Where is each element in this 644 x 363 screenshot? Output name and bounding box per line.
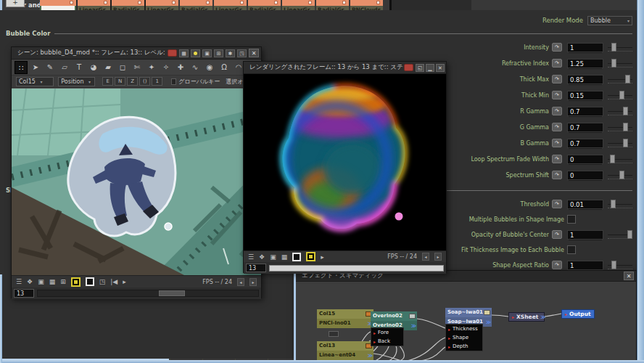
param-checkbox[interactable]	[567, 215, 576, 224]
column-config-icon[interactable]	[70, 1, 73, 4]
freeze-toggle[interactable]: ▣	[202, 49, 212, 57]
keyframe-icon[interactable]: ↷	[552, 230, 562, 239]
preview-toggle[interactable]: ⊞	[214, 49, 223, 57]
minimize-icon[interactable]: ▁	[426, 64, 434, 72]
table-view-icon[interactable]: ▦	[281, 251, 288, 263]
node-xsheet[interactable]: ▸ XSheet ≫	[508, 312, 545, 322]
param-slider[interactable]	[608, 261, 632, 269]
param-value-field[interactable]: 0	[567, 155, 603, 164]
param-slider[interactable]	[608, 230, 632, 239]
column-header-bar[interactable]	[282, 0, 315, 6]
tool-button[interactable]: ✧	[160, 61, 173, 74]
fps-decrease-button[interactable]: ◂	[237, 278, 244, 286]
tool-button[interactable]: ∿	[189, 61, 202, 74]
tool-button[interactable]: ◻	[116, 61, 129, 74]
param-value-field[interactable]: 0.7	[567, 107, 603, 116]
keyframe-icon[interactable]: ↷	[552, 107, 562, 115]
tool-button[interactable]: ✦	[145, 61, 158, 74]
param-value-field[interactable]: 0.01	[567, 200, 603, 209]
param-checkbox[interactable]	[567, 245, 576, 254]
keyframe-icon[interactable]: ↷	[552, 171, 562, 179]
3d-view-button[interactable]	[292, 253, 301, 261]
frame-slider[interactable]	[37, 290, 259, 297]
column-header-bar[interactable]	[248, 0, 281, 6]
settings-icon[interactable]: ✱	[226, 49, 235, 57]
preview-toggle-icon[interactable]	[484, 310, 490, 315]
render-icon[interactable]	[168, 49, 177, 57]
close-icon[interactable]: ✕	[249, 49, 259, 57]
slider-handle[interactable]	[611, 59, 616, 68]
slider-handle[interactable]	[610, 155, 615, 163]
camera-view-toggle[interactable]	[191, 49, 200, 57]
slider-handle[interactable]	[611, 261, 616, 269]
tool-button[interactable]: ➤	[29, 61, 42, 74]
column-header-bar[interactable]	[350, 0, 383, 6]
input-port[interactable]: ▸Shape	[446, 333, 482, 342]
slider-handle[interactable]	[623, 139, 628, 147]
column-config-icon[interactable]	[308, 1, 312, 4]
slider-handle[interactable]	[623, 123, 628, 131]
render-titlebar[interactable]: レンダリングされたフレーム:: 13 から 13 まで:: ステップ 1:: ズ…	[244, 62, 446, 74]
column-header-bar[interactable]	[316, 0, 349, 6]
column-select-dropdown[interactable]: Col15 ▾	[16, 77, 54, 86]
param-value-field[interactable]: 1	[567, 43, 603, 52]
render-mode-dropdown[interactable]: Bubble ▾	[587, 16, 632, 25]
axis-lock-button[interactable]: ()	[139, 77, 150, 86]
axis-lock-button[interactable]: 1	[152, 77, 162, 86]
tool-button[interactable]: Ω	[218, 61, 231, 74]
first-frame-button[interactable]: |◀	[110, 276, 117, 287]
keyframe-icon[interactable]: ↷	[552, 155, 562, 163]
column-config-icon[interactable]	[274, 1, 278, 4]
table-icon[interactable]: ▦	[179, 49, 189, 57]
tool-button[interactable]: ▰	[102, 61, 115, 74]
preview-toggle-icon[interactable]	[409, 314, 416, 319]
play-button[interactable]: ▸	[123, 276, 126, 287]
input-port[interactable]: ▸Back	[371, 337, 403, 346]
param-value-field[interactable]: 0.15	[567, 91, 603, 100]
node-collapse-box[interactable]	[329, 331, 339, 337]
input-port[interactable]: ▸Depth	[446, 342, 482, 351]
keyframe-icon[interactable]: ↷	[552, 91, 562, 99]
param-value-field[interactable]: 0.85	[567, 75, 603, 84]
tool-button[interactable]: ✚	[174, 61, 187, 74]
param-slider[interactable]	[608, 91, 632, 99]
grid-icon[interactable]: ⊞	[60, 276, 66, 287]
input-port[interactable]: ▸Fore	[371, 328, 403, 337]
tool-button[interactable]: ✎	[44, 61, 57, 74]
column-header-bar[interactable]	[214, 0, 247, 6]
column-config-icon[interactable]	[138, 1, 141, 4]
restore-icon[interactable]: ◱	[416, 64, 424, 72]
column-config-icon[interactable]	[376, 1, 380, 4]
keyframe-icon[interactable]: ↷	[552, 59, 562, 68]
play-button[interactable]: ▸	[321, 251, 324, 263]
param-slider[interactable]	[608, 123, 632, 131]
column-header-bar[interactable]	[180, 0, 212, 6]
global-key-checkbox[interactable]	[171, 78, 176, 85]
pan-icon[interactable]: ❖	[27, 276, 33, 287]
param-value-field[interactable]: 0	[567, 171, 603, 180]
fps-increase-button[interactable]: ▸	[249, 278, 257, 286]
tool-button[interactable]: ◉	[203, 61, 216, 74]
param-slider[interactable]	[608, 200, 632, 208]
camera-icon[interactable]: ▣	[270, 251, 276, 263]
keyframe-icon[interactable]: ↷	[552, 200, 562, 208]
slider-handle[interactable]	[619, 171, 624, 179]
column-header-bar[interactable]	[146, 0, 178, 6]
param-slider[interactable]	[608, 155, 632, 163]
keyframe-icon[interactable]: ↷	[552, 123, 562, 131]
param-value-field[interactable]: 0.7	[567, 123, 603, 132]
keyframe-icon[interactable]: ↷	[552, 261, 562, 269]
frame-number-field[interactable]: 13	[14, 289, 34, 298]
keyframe-icon[interactable]: ↷	[552, 139, 562, 147]
param-slider[interactable]	[608, 107, 632, 115]
node-col15[interactable]: Col15 PNCl-Ino01≫	[317, 309, 373, 328]
slider-handle[interactable]	[625, 75, 630, 83]
menu-icon[interactable]: ☰	[248, 251, 254, 263]
column-header-bar[interactable]	[78, 0, 110, 6]
3d-view-button[interactable]	[86, 277, 94, 286]
frame-number-field[interactable]: 13	[246, 264, 266, 272]
column-config-icon[interactable]	[240, 1, 244, 4]
param-slider[interactable]	[608, 171, 632, 179]
node-col13[interactable]: Col13 Linea~ent04≫	[317, 341, 373, 360]
render-canvas[interactable]	[244, 74, 446, 250]
